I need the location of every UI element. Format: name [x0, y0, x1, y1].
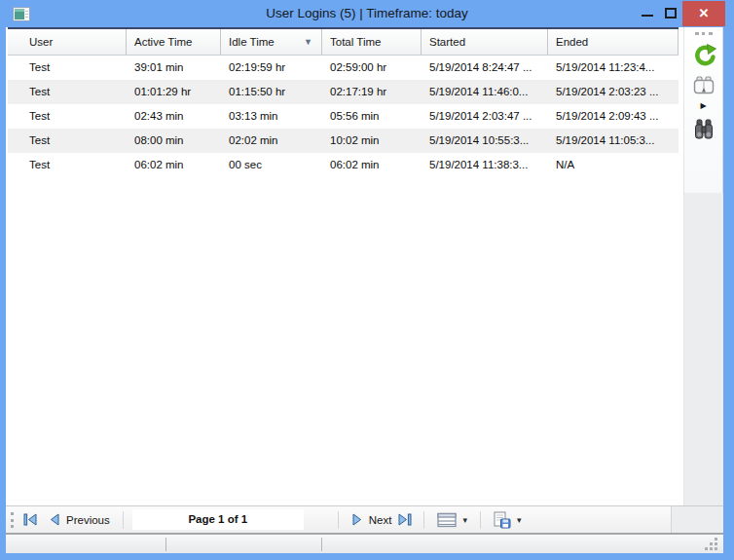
first-page-icon — [23, 513, 37, 526]
last-page-button[interactable] — [395, 510, 415, 530]
cell-idle-time: 02:19:59 hr — [221, 56, 322, 80]
cell-idle-time: 00 sec — [221, 153, 322, 177]
cell-user: Test — [8, 104, 127, 129]
cell-idle-time: 02:02 min — [221, 129, 322, 153]
table-header: User Active Time Idle Time▼ Total Time S… — [8, 27, 679, 56]
status-bar — [6, 534, 723, 553]
previous-page-icon — [50, 513, 59, 526]
export-save-icon — [494, 511, 511, 529]
column-header-started[interactable]: Started — [422, 29, 548, 55]
toolbar-grip[interactable] — [695, 32, 713, 35]
search-button[interactable] — [693, 119, 715, 140]
resize-grip-icon[interactable] — [704, 538, 717, 550]
cell-total-time: 02:17:19 hr — [322, 80, 422, 104]
close-button[interactable]: ✕ — [682, 1, 725, 26]
next-page-icon — [352, 513, 362, 526]
window-title: User Logins (5) | Timeframe: today — [0, 0, 734, 27]
window-border-bottom — [0, 553, 734, 560]
export-dropdown[interactable]: ▾ — [490, 509, 526, 531]
column-header-total-time[interactable]: Total Time — [322, 29, 422, 55]
sort-arrow-icon[interactable]: ▼ — [304, 29, 312, 55]
table-row[interactable]: Test 01:01:29 hr 01:15:50 hr 02:17:19 hr… — [8, 80, 679, 104]
previous-page-button[interactable] — [45, 510, 64, 530]
status-separator — [321, 538, 322, 551]
column-header-active-time[interactable]: Active Time — [127, 29, 221, 55]
window-border-right — [723, 27, 734, 560]
cell-ended: N/A — [548, 153, 679, 177]
cell-ended: 5/19/2014 11:23:4... — [548, 56, 679, 80]
toolbar-grip[interactable] — [11, 512, 14, 528]
cell-active-time: 08:00 min — [127, 129, 221, 153]
titlebar[interactable]: User Logins (5) | Timeframe: today ✕ — [0, 0, 734, 27]
first-page-button[interactable] — [20, 510, 40, 530]
maximize-icon — [665, 8, 677, 19]
view-mode-dropdown[interactable]: ▾ — [433, 510, 471, 530]
cell-total-time: 06:02 min — [322, 153, 422, 177]
expand-arrow-icon[interactable]: ▶ — [700, 102, 706, 110]
next-page-label[interactable]: Next — [369, 514, 392, 526]
refresh-button[interactable] — [691, 44, 716, 67]
cell-started: 5/19/2014 11:38:3... — [422, 153, 548, 177]
cell-user: Test — [8, 56, 127, 80]
cell-started: 5/19/2014 11:46:0... — [422, 80, 548, 104]
time-view-button[interactable] — [693, 76, 715, 95]
main-panel: User Active Time Idle Time▼ Total Time S… — [6, 27, 683, 505]
minimize-button[interactable] — [637, 0, 658, 25]
cell-active-time: 39:01 min — [127, 56, 221, 80]
page-status: Page 1 of 1 — [132, 509, 304, 530]
maximize-button[interactable] — [660, 0, 681, 25]
cell-ended: 5/19/2014 2:09:43 ... — [548, 104, 679, 129]
cell-user: Test — [8, 153, 127, 177]
cell-total-time: 02:59:00 hr — [322, 56, 422, 80]
status-separator — [165, 538, 166, 551]
cell-idle-time: 01:15:50 hr — [221, 80, 322, 104]
cell-ended: 5/19/2014 11:05:3... — [548, 129, 679, 153]
binoculars-icon — [693, 119, 715, 140]
minimize-icon — [642, 15, 653, 17]
column-header-ended[interactable]: Ended — [548, 29, 679, 55]
window: User Logins (5) | Timeframe: today ✕ Use… — [0, 0, 734, 560]
chevron-down-icon: ▾ — [462, 515, 467, 525]
watch-icon — [693, 76, 715, 95]
table-row[interactable]: Test 39:01 min 02:19:59 hr 02:59:00 hr 5… — [8, 56, 679, 80]
table-row[interactable]: Test 06:02 min 00 sec 06:02 min 5/19/201… — [8, 153, 679, 177]
table-row[interactable]: Test 08:00 min 02:02 min 10:02 min 5/19/… — [8, 129, 679, 153]
cell-started: 5/19/2014 10:55:3... — [422, 129, 548, 153]
cell-active-time: 06:02 min — [127, 153, 221, 177]
cell-active-time: 01:01:29 hr — [127, 80, 221, 104]
cell-user: Test — [8, 80, 127, 104]
refresh-icon — [691, 44, 716, 67]
next-page-button[interactable] — [348, 510, 367, 530]
table-row[interactable]: Test 02:43 min 03:13 min 05:56 min 5/19/… — [8, 104, 679, 129]
cell-total-time: 05:56 min — [322, 104, 422, 129]
toolbar-separator — [123, 511, 124, 529]
cell-started: 5/19/2014 8:24:47 ... — [422, 56, 548, 80]
chevron-down-icon: ▾ — [517, 515, 522, 525]
cell-total-time: 10:02 min — [322, 129, 422, 153]
column-header-user[interactable]: User — [8, 29, 127, 55]
toolbar-separator — [338, 511, 339, 529]
grid-view-icon — [437, 512, 457, 528]
previous-page-label[interactable]: Previous — [66, 514, 110, 526]
cell-idle-time: 03:13 min — [221, 104, 322, 129]
column-header-idle-time[interactable]: Idle Time▼ — [221, 29, 322, 55]
cell-active-time: 02:43 min — [127, 104, 221, 129]
pagination-bar: Previous Page 1 of 1 Next — [6, 505, 723, 534]
toolbar-separator — [423, 511, 424, 529]
cell-ended: 5/19/2014 2:03:23 ... — [548, 80, 679, 104]
side-toolbar: ▶ — [683, 27, 723, 534]
toolbar-separator — [480, 511, 481, 529]
cell-user: Test — [8, 129, 127, 153]
last-page-icon — [398, 513, 412, 526]
cell-started: 5/19/2014 2:03:47 ... — [422, 104, 548, 129]
